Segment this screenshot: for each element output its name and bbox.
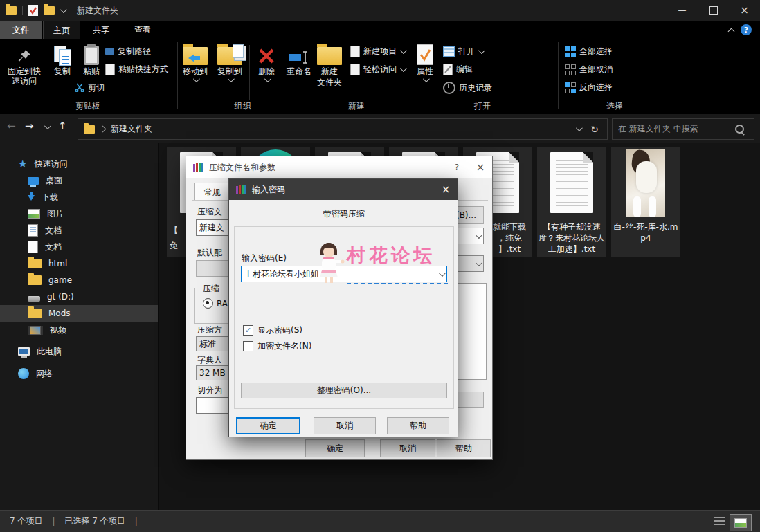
- sidebar-item-label: 此电脑: [37, 346, 174, 358]
- collapse-ribbon-icon[interactable]: [728, 28, 735, 35]
- sidebar-item-pictures[interactable]: 图片: [0, 205, 184, 222]
- sidebar-item-gt-drive[interactable]: gt (D:): [0, 288, 184, 305]
- thumbnail-view-icon[interactable]: [730, 514, 752, 531]
- checkbox-label: 加密文件名(N): [257, 340, 311, 352]
- combo-value: 32 MB: [199, 368, 226, 378]
- help-icon[interactable]: ?: [741, 24, 752, 35]
- select-all-icon: [565, 46, 576, 57]
- refresh-icon[interactable]: ↻: [590, 124, 599, 135]
- paste-icon: [84, 42, 99, 65]
- delete-button[interactable]: 删除: [252, 42, 281, 82]
- copy-to-button[interactable]: 复制到: [213, 42, 246, 82]
- breadcrumb-path[interactable]: 新建文件夹: [111, 123, 152, 135]
- notebook-icon: [443, 46, 455, 57]
- password-ok-button[interactable]: 确定: [236, 417, 300, 434]
- sidebar-item-this-pc[interactable]: 此电脑: [0, 343, 174, 360]
- pin-to-quick-access-button[interactable]: 固定到快速访问: [3, 42, 46, 86]
- history-button[interactable]: 历史记录: [443, 82, 492, 94]
- new-folder-button[interactable]: 新建 文件夹: [310, 42, 349, 87]
- tab-share[interactable]: 共享: [82, 21, 120, 39]
- select-none-icon: [565, 64, 576, 75]
- separator: |: [135, 517, 138, 526]
- maximize-button[interactable]: [698, 0, 729, 21]
- dialog-close-button[interactable]: ×: [434, 179, 458, 200]
- profiles-label: 默认配: [197, 247, 222, 259]
- tab-view[interactable]: 查看: [123, 21, 162, 39]
- copy-path-button[interactable]: … 复制路径: [105, 46, 151, 57]
- group-label-clipboard: 剪贴板: [0, 100, 176, 112]
- tab-general[interactable]: 常规: [194, 183, 230, 201]
- copy-to-icon: [217, 42, 242, 65]
- cut-button[interactable]: 剪切: [75, 82, 105, 94]
- password-cancel-button[interactable]: 取消: [314, 417, 376, 434]
- password-help-button[interactable]: 帮助: [387, 417, 449, 434]
- close-button[interactable]: ×: [729, 0, 760, 21]
- sidebar-item-mods[interactable]: Mods: [0, 305, 184, 322]
- button-label: 轻松访问: [363, 64, 397, 75]
- address-bar[interactable]: 新建文件夹 ↻: [78, 118, 608, 140]
- back-icon[interactable]: ←: [7, 120, 16, 132]
- properties-button[interactable]: 属性: [410, 42, 440, 82]
- recent-locations-chevron-icon[interactable]: [44, 122, 51, 129]
- sidebar-item-downloads[interactable]: 下载: [0, 189, 184, 205]
- organize-passwords-button[interactable]: 整理密码(O)...: [241, 383, 447, 398]
- file-tile-6[interactable]: 【有种子却没速度？来村花论坛人工加速】.txt: [537, 147, 606, 257]
- tab-home[interactable]: 主页: [43, 21, 80, 40]
- tab-file[interactable]: 文件: [0, 21, 42, 39]
- sidebar-item-network[interactable]: 网络: [0, 365, 174, 382]
- new-item-button[interactable]: 新建项目: [350, 46, 405, 57]
- sidebar-item-documents-2[interactable]: 文档: [0, 239, 184, 255]
- encrypt-filenames-checkbox[interactable]: 加密文件名(N): [243, 340, 311, 352]
- winrar-icon: [236, 185, 246, 194]
- rar-help-button[interactable]: 帮助: [437, 439, 491, 457]
- select-all-button[interactable]: 全部选择: [565, 46, 613, 57]
- dropdown-caret-icon: [264, 75, 271, 82]
- search-box[interactable]: 在 新建文件夹 中搜索: [612, 118, 754, 140]
- dialog-title: 输入密码: [252, 184, 285, 196]
- move-to-button[interactable]: 移动到: [179, 42, 212, 82]
- desktop-icon: [28, 177, 39, 185]
- sidebar-item-quick-access[interactable]: ★ 快速访问: [0, 156, 174, 172]
- dialog-help-button[interactable]: ?: [445, 156, 469, 178]
- new-folder-qat-icon[interactable]: [44, 6, 55, 15]
- show-password-checkbox[interactable]: ✓ 显示密码(S): [243, 324, 302, 336]
- properties-icon: [417, 42, 433, 65]
- rar-ok-button[interactable]: 确定: [305, 439, 365, 457]
- edit-button[interactable]: 编辑: [443, 64, 473, 75]
- file-tile-7[interactable]: 白-丝-死-库-水.mp4: [611, 147, 680, 257]
- forward-icon[interactable]: →: [25, 120, 34, 132]
- group-label-new: 新建: [308, 100, 405, 112]
- properties-qat-icon[interactable]: [28, 5, 38, 16]
- button-label: 编辑: [456, 64, 473, 75]
- password-dialog-titlebar[interactable]: 输入密码: [229, 179, 458, 200]
- password-value: 上村花论坛看小姐姐: [244, 268, 319, 280]
- sidebar-item-game[interactable]: game: [0, 272, 184, 288]
- format-rar-radio[interactable]: RA: [203, 298, 228, 309]
- sidebar-item-videos[interactable]: 视频: [0, 322, 184, 338]
- breadcrumb-chevron-icon[interactable]: [100, 126, 107, 133]
- paste-shortcut-button[interactable]: 粘贴快捷方式: [105, 64, 168, 75]
- minimize-button[interactable]: —: [667, 0, 698, 21]
- sidebar-item-documents[interactable]: 文档: [0, 222, 184, 239]
- file-name-fragment: 【 免: [170, 223, 178, 253]
- copy-button[interactable]: 复制: [48, 42, 76, 76]
- folder-icon: [28, 275, 42, 285]
- address-dropdown-icon[interactable]: [576, 125, 583, 131]
- password-input[interactable]: 上村花论坛看小姐姐: [241, 266, 447, 282]
- up-icon[interactable]: ↑: [58, 120, 67, 132]
- search-placeholder: 在 新建文件夹 中搜索: [618, 123, 698, 135]
- qat-customize-chevron-icon[interactable]: [60, 6, 67, 13]
- open-button[interactable]: 打开: [443, 46, 483, 57]
- sidebar-item-html[interactable]: html: [0, 255, 184, 272]
- rar-cancel-button[interactable]: 取消: [380, 439, 435, 457]
- dialog-close-button[interactable]: ×: [469, 156, 492, 178]
- search-icon[interactable]: [735, 125, 744, 134]
- invert-selection-button[interactable]: 反向选择: [565, 82, 613, 93]
- details-view-icon[interactable]: [714, 517, 725, 526]
- sidebar-item-desktop[interactable]: 桌面: [0, 172, 184, 189]
- paste-button[interactable]: 粘贴: [78, 42, 105, 76]
- select-none-button[interactable]: 全部取消: [565, 64, 613, 75]
- file-name: 就能下载 ，纯免 】.txt: [488, 221, 531, 255]
- password-dropdown-icon[interactable]: [439, 270, 446, 277]
- easy-access-button[interactable]: 轻松访问: [350, 64, 405, 75]
